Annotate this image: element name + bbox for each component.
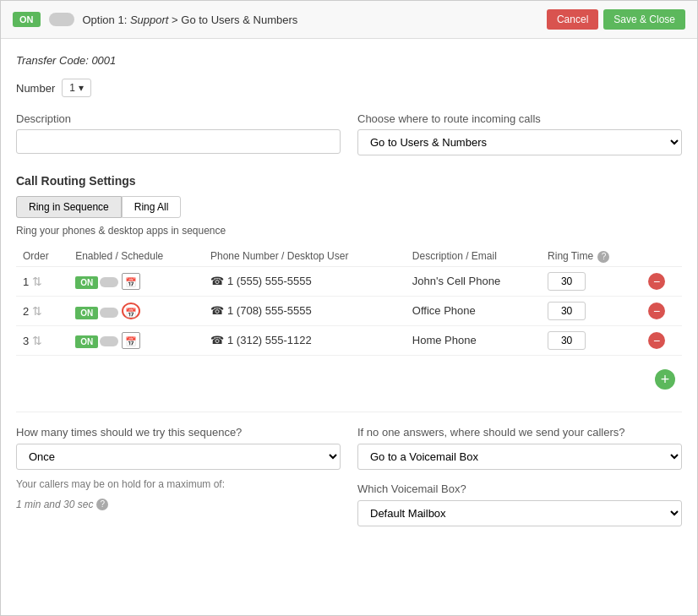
description-route-row: Description Support Choose where to rout… — [16, 112, 682, 155]
toggle-track[interactable] — [49, 13, 74, 26]
tab-ring-all[interactable]: Ring All — [122, 196, 182, 218]
route-select[interactable]: Go to Users & Numbers — [357, 129, 682, 155]
phone-number: 1 (312) 555-1122 — [227, 334, 312, 346]
hold-value-row: 1 min and 30 sec ? — [16, 499, 341, 510]
drag-handle[interactable]: ⇅ — [32, 275, 42, 288]
transfer-code-row: Transfer Code: 0001 — [16, 54, 682, 67]
phone-cell: ☎1 (708) 555-5555 — [204, 296, 406, 325]
phone-handset-icon: ☎ — [210, 275, 224, 287]
calendar-icon[interactable]: 📅 — [122, 332, 140, 349]
header-title: Option 1: Support > Go to Users & Number… — [83, 14, 298, 26]
ring-time-cell — [541, 266, 641, 296]
remove-cell: − — [641, 266, 682, 296]
col-description: Description / Email — [406, 247, 541, 266]
col-actions — [641, 247, 682, 266]
title-prefix: Option 1: — [83, 14, 128, 26]
col-order: Order — [16, 247, 68, 266]
enabled-cell: ON📅 — [68, 296, 204, 325]
description-cell: John's Cell Phone — [406, 266, 541, 296]
no-answer-group: If no one answers, where should we send … — [357, 426, 682, 526]
col-phone: Phone Number / Desktop User — [204, 247, 406, 266]
remove-button[interactable]: − — [648, 273, 665, 290]
ring-time-cell — [541, 296, 641, 325]
remove-cell: − — [641, 325, 682, 355]
col-ring-time: Ring Time ? — [541, 247, 641, 266]
on-toggle[interactable] — [100, 308, 118, 318]
calendar-icon[interactable]: 📅 — [122, 303, 140, 319]
cancel-button[interactable]: Cancel — [547, 9, 598, 30]
ring-time-input[interactable] — [548, 272, 586, 291]
transfer-code-value: 0001 — [91, 54, 116, 67]
tries-group: How many times should we try this sequen… — [16, 426, 341, 526]
description-cell: Office Phone — [406, 296, 541, 325]
voicemail-label: Which Voicemail Box? — [357, 482, 682, 495]
on-badge: ON — [75, 307, 98, 319]
col-enabled: Enabled / Schedule — [68, 247, 204, 266]
ring-time-input[interactable] — [548, 302, 586, 320]
no-answer-label: If no one answers, where should we send … — [357, 426, 682, 439]
toggle-on-button[interactable]: ON — [13, 12, 41, 27]
ring-time-help-icon[interactable]: ? — [597, 251, 609, 263]
phone-cell: ☎1 (312) 555-1122 — [204, 325, 406, 355]
transfer-code-label: Transfer Code: — [16, 54, 89, 67]
on-badge: ON — [75, 276, 98, 289]
order-number: 1 — [23, 275, 29, 288]
header-left: ON Option 1: Support > Go to Users & Num… — [13, 12, 297, 27]
enabled-cell: ON📅 — [68, 325, 204, 355]
voicemail-select[interactable]: Default Mailbox — [357, 500, 682, 526]
ring-time-input[interactable] — [548, 331, 586, 350]
title-italic: Support — [130, 14, 169, 26]
remove-button[interactable]: − — [648, 303, 665, 319]
phone-description: John's Cell Phone — [412, 275, 500, 287]
calendar-icon[interactable]: 📅 — [122, 273, 140, 290]
ring-description: Ring your phones & desktop apps in seque… — [16, 225, 682, 237]
call-routing-title: Call Routing Settings — [16, 174, 682, 188]
add-phone-button[interactable]: + — [655, 369, 675, 390]
description-input[interactable]: Support — [16, 129, 341, 154]
tries-select[interactable]: Once — [16, 444, 341, 470]
phone-description: Office Phone — [412, 304, 476, 317]
order-number: 3 — [23, 335, 29, 347]
phone-handset-icon: ☎ — [210, 334, 224, 346]
drag-handle[interactable]: ⇅ — [32, 334, 42, 347]
order-cell: 3 ⇅ — [16, 325, 68, 355]
hold-value: 1 min and 30 sec — [16, 499, 93, 510]
tries-label: How many times should we try this sequen… — [16, 426, 341, 439]
route-group: Choose where to route incoming calls Go … — [357, 112, 682, 155]
hold-help-icon[interactable]: ? — [96, 499, 108, 510]
table-row: 2 ⇅ON📅☎1 (708) 555-5555Office Phone− — [16, 296, 682, 325]
enabled-cell: ON📅 — [68, 266, 204, 296]
description-label: Description — [16, 112, 341, 125]
phone-description: Home Phone — [412, 334, 477, 346]
routing-table: Order Enabled / Schedule Phone Number / … — [16, 247, 682, 356]
header-bar: ON Option 1: Support > Go to Users & Num… — [1, 1, 697, 39]
description-group: Description Support — [16, 112, 341, 155]
order-number: 2 — [23, 305, 29, 318]
order-cell: 1 ⇅ — [16, 266, 68, 296]
number-dropdown[interactable]: 1 ▾ — [62, 79, 91, 97]
on-toggle[interactable] — [100, 336, 118, 346]
hold-note: Your callers may be on hold for a maximu… — [16, 478, 341, 490]
phone-number: 1 (555) 555-5555 — [227, 275, 312, 287]
section-divider — [16, 412, 682, 412]
bottom-settings-row: How many times should we try this sequen… — [16, 426, 682, 526]
remove-button[interactable]: − — [648, 332, 665, 349]
ring-time-cell — [541, 325, 641, 355]
table-row: 3 ⇅ON📅☎1 (312) 555-1122Home Phone− — [16, 325, 682, 355]
number-dropdown-arrow: ▾ — [79, 82, 84, 94]
number-value: 1 — [69, 82, 75, 94]
save-close-button[interactable]: Save & Close — [603, 9, 685, 30]
no-answer-select[interactable]: Go to a Voicemail Box — [357, 444, 682, 470]
remove-cell: − — [641, 296, 682, 325]
drag-handle[interactable]: ⇅ — [32, 304, 42, 318]
phone-number: 1 (708) 555-5555 — [227, 304, 312, 317]
phone-cell: ☎1 (555) 555-5555 — [204, 266, 406, 296]
add-row: + — [16, 364, 682, 398]
number-label: Number — [16, 82, 55, 95]
on-toggle[interactable] — [100, 277, 118, 287]
tab-ring-sequence[interactable]: Ring in Sequence — [16, 196, 122, 218]
hold-label: Your callers may be on hold for a maximu… — [16, 478, 225, 490]
title-suffix: > Go to Users & Numbers — [172, 14, 297, 26]
on-badge: ON — [75, 335, 98, 348]
order-cell: 2 ⇅ — [16, 296, 68, 325]
